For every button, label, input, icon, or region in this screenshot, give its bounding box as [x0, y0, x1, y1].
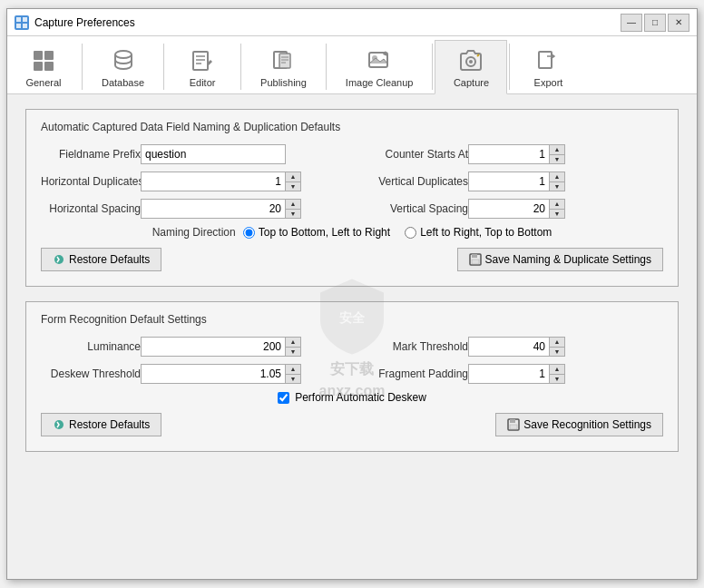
mark-threshold-down-btn[interactable]: ▼	[550, 347, 564, 357]
hspace-down-btn[interactable]: ▼	[286, 209, 300, 219]
auto-deskew-checkbox[interactable]	[278, 392, 289, 404]
tab-publishing[interactable]: Publishing	[243, 40, 324, 94]
mark-threshold-up-btn[interactable]: ▲	[550, 338, 564, 347]
hspace-spinner-btns: ▲ ▼	[286, 199, 301, 219]
hspace-up-btn[interactable]: ▲	[286, 200, 300, 209]
luminance-up-btn[interactable]: ▲	[286, 338, 300, 347]
tab-general-label: General	[25, 77, 61, 88]
luminance-down-btn[interactable]: ▼	[286, 347, 300, 357]
tab-export[interactable]: Export	[512, 40, 584, 94]
svg-rect-30	[510, 419, 515, 423]
auto-deskew-row: Perform Automatic Deskew	[41, 391, 663, 404]
hspace-input[interactable]	[141, 199, 286, 219]
main-window: Capture Preferences — □ ✕ General	[6, 8, 698, 580]
restore-defaults-btn-2[interactable]: Restore Defaults	[41, 413, 161, 436]
row-hspace-vspace: Horizontal Spacing ▲ ▼ Vertical Spacing	[41, 199, 663, 219]
toolbar-sep-6	[509, 44, 510, 90]
section2-actions: Restore Defaults Save Recognition Settin…	[41, 413, 663, 436]
svg-rect-22	[539, 52, 552, 68]
fieldname-prefix-input[interactable]	[141, 144, 286, 164]
svg-rect-1	[23, 17, 27, 22]
hdup-input[interactable]	[141, 172, 286, 191]
deskew-spinner-btns: ▲ ▼	[286, 364, 301, 384]
radio-top-bottom-label: Top to Bottom, Left to Right	[259, 226, 390, 239]
naming-section: Automatic Captured Data Field Naming & D…	[25, 109, 679, 287]
fragment-up-btn[interactable]: ▲	[550, 365, 564, 374]
hdup-up-btn[interactable]: ▲	[286, 172, 300, 181]
radio-left-right[interactable]: Left to Right, Top to Bottom	[405, 226, 552, 239]
tab-editor[interactable]: Editor	[166, 40, 239, 94]
vspace-down-btn[interactable]: ▼	[550, 209, 564, 219]
restore-defaults-label-1: Restore Defaults	[69, 253, 150, 266]
counter-spinner-btns: ▲ ▼	[550, 144, 565, 164]
hspace-group: Horizontal Spacing ▲ ▼	[41, 199, 345, 219]
toolbar-sep-3	[240, 44, 241, 90]
svg-rect-9	[193, 52, 208, 70]
save-naming-btn[interactable]: Save Naming & Duplicate Settings	[457, 248, 663, 271]
save-recognition-label: Save Recognition Settings	[523, 418, 651, 431]
tab-export-label: Export	[534, 77, 563, 88]
maximize-button[interactable]: □	[644, 14, 666, 32]
restore-defaults-btn-1[interactable]: Restore Defaults	[41, 248, 161, 271]
window-controls: — □ ✕	[621, 14, 689, 32]
hdup-spinner: ▲ ▼	[141, 172, 301, 191]
title-bar: Capture Preferences — □ ✕	[7, 9, 697, 36]
svg-rect-31	[510, 425, 517, 429]
toolbar-sep-4	[326, 44, 327, 90]
vspace-input[interactable]	[468, 199, 550, 219]
naming-direction-label: Naming Direction	[152, 226, 236, 239]
mark-threshold-input[interactable]	[468, 337, 550, 357]
vspace-group: Vertical Spacing ▲ ▼	[359, 199, 663, 219]
minimize-button[interactable]: —	[621, 14, 642, 32]
radio-top-bottom[interactable]: Top to Bottom, Left to Right	[243, 226, 390, 239]
luminance-label: Luminance	[41, 340, 141, 353]
counter-starts-group: Counter Starts At ▲ ▼	[359, 144, 663, 164]
tab-database[interactable]: Database	[84, 40, 161, 94]
tab-image-cleanup[interactable]: Image Cleanup	[328, 40, 431, 94]
hdup-spinner-btns: ▲ ▼	[286, 172, 301, 191]
fragment-down-btn[interactable]: ▼	[550, 374, 564, 384]
auto-deskew-label: Perform Automatic Deskew	[295, 391, 426, 404]
tab-capture-label: Capture	[454, 77, 489, 88]
vdup-up-btn[interactable]: ▲	[550, 172, 564, 181]
row-deskew-fragment: Deskew Threshold ▲ ▼ Fragment Padding	[41, 364, 663, 384]
counter-down-btn[interactable]: ▼	[550, 154, 564, 164]
svg-rect-4	[34, 51, 43, 60]
deskew-spinner: ▲ ▼	[141, 364, 301, 384]
hdup-group: Horizontal Duplicates ▲ ▼	[41, 172, 345, 191]
fragment-spinner: ▲ ▼	[468, 364, 565, 384]
tab-database-label: Database	[102, 77, 144, 88]
deskew-up-btn[interactable]: ▲	[286, 365, 300, 374]
vdup-input[interactable]	[468, 172, 550, 191]
mark-threshold-group: Mark Threshold ▲ ▼	[359, 337, 663, 357]
vdup-down-btn[interactable]: ▼	[550, 181, 564, 191]
hdup-down-btn[interactable]: ▼	[286, 181, 300, 191]
deskew-down-btn[interactable]: ▼	[286, 374, 300, 384]
deskew-input[interactable]	[141, 364, 286, 384]
editor-icon	[188, 46, 217, 75]
row-lum-mark: Luminance ▲ ▼ Mark Threshold ▲	[41, 337, 663, 357]
close-button[interactable]: ✕	[668, 14, 689, 32]
tab-capture[interactable]: Capture	[435, 40, 507, 94]
deskew-group: Deskew Threshold ▲ ▼	[41, 364, 345, 384]
tab-general[interactable]: General	[7, 40, 80, 94]
save-recognition-btn[interactable]: Save Recognition Settings	[495, 413, 663, 436]
radio-left-right-input[interactable]	[405, 227, 416, 239]
save-recognition-icon	[507, 418, 520, 431]
tab-editor-label: Editor	[190, 77, 216, 88]
counter-starts-input[interactable]	[468, 144, 550, 164]
vspace-up-btn[interactable]: ▲	[550, 200, 564, 209]
publishing-icon	[269, 46, 298, 75]
general-icon	[29, 46, 58, 75]
naming-direction-radios: Top to Bottom, Left to Right Left to Rig…	[243, 226, 552, 239]
radio-top-bottom-input[interactable]	[243, 227, 255, 239]
hspace-label: Horizontal Spacing	[41, 202, 141, 215]
fragment-input[interactable]	[468, 364, 550, 384]
counter-up-btn[interactable]: ▲	[550, 145, 564, 154]
counter-spinner: ▲ ▼	[468, 144, 565, 164]
luminance-input[interactable]	[141, 337, 286, 357]
export-icon	[533, 46, 562, 75]
section1-actions: Restore Defaults Save Naming & Duplicate…	[41, 248, 663, 271]
svg-rect-27	[472, 260, 479, 264]
fragment-group: Fragment Padding ▲ ▼	[359, 364, 663, 384]
